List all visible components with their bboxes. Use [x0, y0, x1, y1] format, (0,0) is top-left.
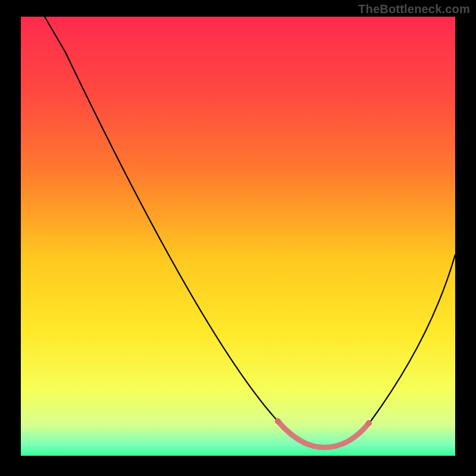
optimal-range-dot-right	[366, 420, 372, 426]
optimal-range-highlight	[278, 421, 369, 447]
plot-area	[21, 17, 455, 456]
optimal-range-dot-left	[275, 418, 281, 424]
bottleneck-curve	[21, 17, 455, 456]
watermark-text: TheBottleneck.com	[358, 2, 470, 16]
curve-path	[45, 17, 455, 447]
chart-frame: TheBottleneck.com	[0, 0, 476, 476]
